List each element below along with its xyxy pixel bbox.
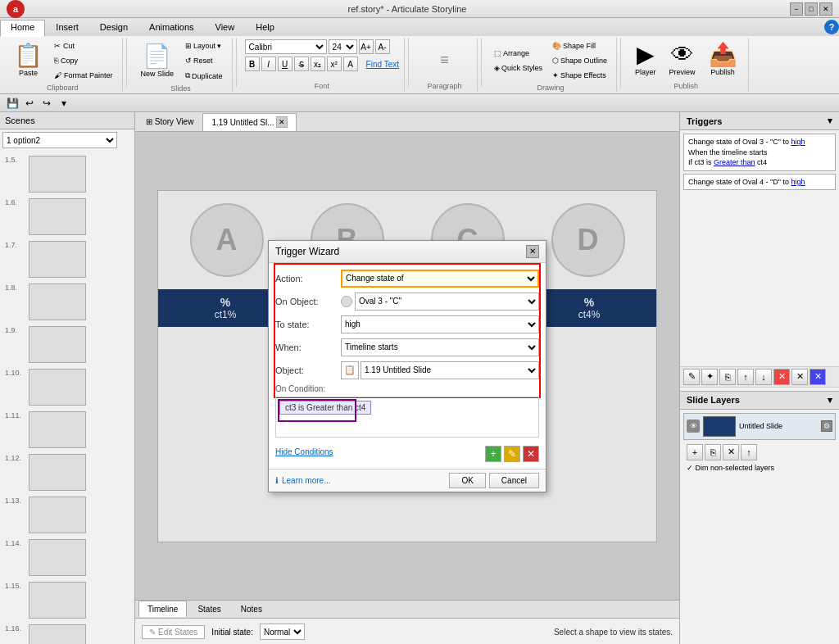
- slide-thumb-4[interactable]: 1.8.: [3, 282, 131, 322]
- minimize-button[interactable]: −: [790, 2, 803, 16]
- shape-fill-button[interactable]: 🎨 Shape Fill: [548, 39, 611, 52]
- edit-condition-button[interactable]: ✎: [504, 446, 520, 462]
- tab-insert[interactable]: Insert: [45, 20, 89, 36]
- font-family-select[interactable]: Calibri: [245, 39, 327, 54]
- find-text-button[interactable]: Find Text: [366, 60, 399, 69]
- slide-thumb-8[interactable]: 1.12.: [3, 452, 131, 492]
- on-object-select[interactable]: Oval 3 - "C": [355, 293, 539, 311]
- font-color-button[interactable]: A: [343, 57, 358, 71]
- trigger-down-button[interactable]: ↓: [755, 369, 772, 385]
- object-select[interactable]: 1.19 Untitled Slide: [361, 361, 539, 379]
- to-state-select[interactable]: high: [341, 315, 539, 333]
- trigger-delete-button-1[interactable]: ✕: [773, 369, 790, 385]
- layer-gear-button[interactable]: ⚙: [821, 420, 832, 432]
- layer-delete-button[interactable]: ✕: [723, 444, 739, 460]
- state-select[interactable]: Normal: [260, 624, 305, 640]
- slide-thumb-6[interactable]: 1.10.: [3, 367, 131, 407]
- trigger-condition-1[interactable]: Greater than: [714, 158, 755, 166]
- strikethrough-button[interactable]: S̶: [294, 57, 309, 71]
- trigger-copy-button[interactable]: ⎘: [719, 369, 736, 385]
- slide-thumbnails: 1.5. 1.6. 1.7. 1.8. 1.9. 1.10.: [0, 151, 134, 644]
- italic-button[interactable]: I: [261, 57, 276, 71]
- tab-design[interactable]: Design: [89, 20, 138, 36]
- layer-visibility-icon[interactable]: 👁: [687, 420, 700, 433]
- delete-condition-button[interactable]: ✕: [523, 446, 539, 462]
- format-painter-button[interactable]: 🖌 Format Painter: [50, 69, 117, 82]
- ok-button[interactable]: OK: [449, 473, 485, 488]
- font-size-select[interactable]: 24: [329, 39, 357, 54]
- layer-add-button[interactable]: +: [687, 444, 703, 460]
- qa-more-button[interactable]: ▾: [57, 96, 71, 111]
- quick-styles-button[interactable]: ◈ Quick Styles: [490, 61, 546, 75]
- shape-outline-button[interactable]: ⬡ Shape Outline: [548, 54, 611, 67]
- trigger-high-2[interactable]: high: [791, 178, 805, 186]
- paste-button[interactable]: 📋 Paste: [8, 41, 48, 80]
- learn-more-link[interactable]: ℹ Learn more...: [275, 476, 330, 485]
- slide-thumb-1[interactable]: 1.5.: [3, 154, 131, 194]
- qa-save-button[interactable]: 💾: [5, 96, 20, 111]
- maximize-button[interactable]: □: [805, 2, 818, 16]
- preview-button[interactable]: 👁 Preview: [664, 40, 701, 79]
- dim-layers-text: ✓ Dim non-selected layers: [687, 464, 774, 472]
- story-view-button[interactable]: ⊞ Story View: [138, 115, 201, 129]
- slide-thumb-2[interactable]: 1.6.: [3, 197, 131, 237]
- player-button[interactable]: ▶ Player: [629, 40, 662, 79]
- slide-thumb-5[interactable]: 1.9.: [3, 324, 131, 365]
- layout-button[interactable]: ⊞ Layout ▾: [181, 39, 227, 52]
- action-select[interactable]: Change state of: [341, 270, 539, 288]
- superscript-button[interactable]: x²: [327, 57, 342, 71]
- layer-up-button[interactable]: ↑: [741, 444, 757, 460]
- trigger-high-1[interactable]: high: [791, 138, 805, 146]
- tab-states[interactable]: States: [188, 601, 229, 617]
- scenes-dropdown[interactable]: 1 option2: [2, 132, 117, 148]
- slide-thumb-12[interactable]: 1.16.: [3, 623, 131, 644]
- tab-animations[interactable]: Animations: [138, 20, 204, 36]
- ribbon-group-clipboard: 📋 Paste ✂ Cut ⎘ Copy 🖌 Format Painter: [3, 38, 123, 92]
- shape-effects-button[interactable]: ✦ Shape Effects: [548, 69, 611, 82]
- tab-help[interactable]: Help: [245, 20, 285, 36]
- font-shrink-button[interactable]: A-: [375, 39, 390, 54]
- reset-button[interactable]: ↺ Reset: [181, 54, 227, 67]
- new-slide-button[interactable]: 📄 New Slide: [135, 42, 180, 81]
- qa-undo-button[interactable]: ↩: [22, 96, 37, 111]
- trigger-up-button[interactable]: ↑: [737, 369, 754, 385]
- layer-duplicate-button[interactable]: ⎘: [705, 444, 721, 460]
- duplicate-button[interactable]: ⧉ Duplicate: [181, 69, 227, 83]
- slide-thumb-3[interactable]: 1.7.: [3, 239, 131, 279]
- help-icon[interactable]: ?: [824, 20, 839, 34]
- trigger-edit-button[interactable]: ✎: [683, 369, 700, 385]
- arrange-button[interactable]: ⬚ Arrange: [490, 47, 546, 60]
- hide-conditions-link[interactable]: Hide Conditions: [275, 447, 333, 456]
- underline-button[interactable]: U: [278, 57, 293, 71]
- tab-notes[interactable]: Notes: [232, 601, 271, 617]
- cut-button[interactable]: ✂ Cut: [50, 39, 117, 52]
- condition-chip[interactable]: ct3 is Greater than ct4: [279, 401, 371, 415]
- when-select[interactable]: Timeline starts: [341, 338, 539, 356]
- dim-layers-option[interactable]: ✓ Dim non-selected layers: [683, 462, 836, 474]
- copy-button[interactable]: ⎘ Copy: [50, 54, 117, 67]
- tab-timeline[interactable]: Timeline: [138, 601, 187, 617]
- edit-states-button[interactable]: ✎ Edit States: [142, 625, 205, 639]
- slide-thumb-10[interactable]: 1.14.: [3, 537, 131, 578]
- slide-thumb-9[interactable]: 1.13.: [3, 495, 131, 535]
- close-tab-button[interactable]: ✕: [276, 116, 288, 128]
- trigger-delete-button-2[interactable]: ✕: [791, 369, 808, 385]
- slide-thumb-11[interactable]: 1.15.: [3, 580, 131, 620]
- trigger-blue-button[interactable]: ✕: [810, 369, 826, 385]
- tab-home[interactable]: Home: [0, 20, 45, 37]
- info-icon: ℹ: [275, 476, 279, 485]
- slide-layers-title: Slide Layers: [687, 395, 740, 405]
- trigger-add-button[interactable]: ✦: [701, 369, 718, 385]
- close-button[interactable]: ✕: [819, 2, 832, 16]
- add-condition-button[interactable]: +: [485, 446, 501, 462]
- bold-button[interactable]: B: [245, 57, 260, 71]
- font-grow-button[interactable]: A+: [359, 39, 374, 54]
- subscript-button[interactable]: x₂: [311, 57, 325, 71]
- publish-button[interactable]: 📤 Publish: [703, 40, 743, 79]
- slide-thumb-7[interactable]: 1.11.: [3, 410, 131, 450]
- qa-redo-button[interactable]: ↪: [39, 96, 54, 111]
- modal-close-button[interactable]: ✕: [526, 245, 539, 258]
- cancel-button[interactable]: Cancel: [489, 473, 539, 488]
- tab-view[interactable]: View: [205, 20, 246, 36]
- current-slide-tab[interactable]: 1.19 Untitled Sl... ✕: [202, 113, 296, 131]
